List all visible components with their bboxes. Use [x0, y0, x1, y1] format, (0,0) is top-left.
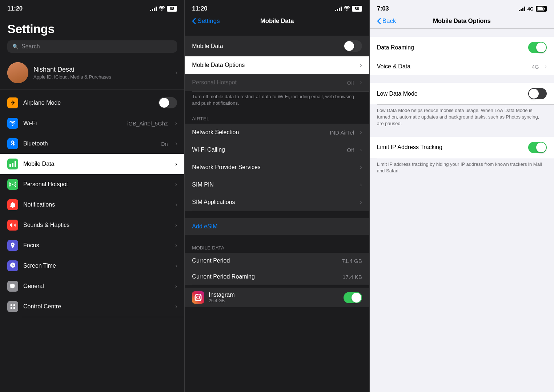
- mobile-data-toggle-label: Mobile Data: [192, 43, 339, 49]
- limit-ip-tracking-item[interactable]: Limit IP Address Tracking: [370, 137, 554, 158]
- search-bar[interactable]: 🔍 Search: [7, 40, 177, 53]
- sim-pin-label: SIM PIN: [192, 181, 356, 188]
- voice-data-item[interactable]: Voice & Data 4G ›: [370, 58, 554, 75]
- nav-title-3: Mobile Data Options: [433, 17, 491, 25]
- airplane-mode-toggle[interactable]: [158, 97, 177, 108]
- mobile-data-options-panel: 7:03 4G Back Mobile Data Options Data Ro…: [369, 0, 554, 392]
- mobile-data-toggle[interactable]: [344, 40, 362, 52]
- profile-info: Nishant Desai Apple ID, iCloud, Media & …: [33, 66, 170, 80]
- current-period-roaming-value: 17.4 KB: [342, 274, 362, 280]
- personal-hotspot-item[interactable]: Personal Hotspot Off ›: [185, 74, 369, 91]
- signal-icon-3: [519, 6, 525, 11]
- wifi-label: Wi-Fi: [23, 120, 122, 127]
- current-period-roaming-row: Current Period Roaming 17.4 KB: [185, 269, 369, 285]
- nav-back-2[interactable]: Settings: [192, 17, 220, 25]
- nav-back-label-3: Back: [382, 17, 396, 25]
- nav-back-label-2: Settings: [197, 17, 220, 25]
- network-selection-chevron: ›: [360, 129, 362, 136]
- wifi-icon-2: [344, 6, 350, 12]
- svg-point-4: [11, 304, 12, 306]
- control-centre-chevron: ›: [175, 303, 177, 310]
- status-bar-1: 11:20 88: [0, 0, 184, 15]
- sidebar-item-notifications[interactable]: Notifications ›: [0, 195, 184, 215]
- bluetooth-value: On: [161, 141, 168, 147]
- low-data-desc: Low Data Mode helps reduce mobile data u…: [370, 104, 554, 129]
- network-selection-item[interactable]: Network Selection IND AirTel ›: [185, 124, 369, 141]
- current-period-label: Current Period: [192, 257, 342, 264]
- low-data-toggle[interactable]: [528, 88, 547, 99]
- wifi-setting-icon: [7, 118, 18, 129]
- control-centre-label: Control Centre: [23, 303, 170, 310]
- airplane-mode-label: Airplane Mode: [23, 100, 153, 106]
- svg-point-5: [13, 304, 15, 306]
- sidebar-item-sounds-haptics[interactable]: Sounds & Haptics ›: [0, 215, 184, 235]
- sidebar-item-control-centre[interactable]: Control Centre ›: [0, 296, 184, 317]
- svg-rect-1: [12, 163, 13, 167]
- sidebar-item-screen-time[interactable]: Screen Time ›: [0, 256, 184, 276]
- sounds-chevron: ›: [175, 221, 177, 229]
- sim-pin-chevron: ›: [360, 181, 362, 188]
- status-icons-1: 88: [150, 6, 177, 12]
- status-bar-2: 11:20 88: [185, 0, 369, 15]
- add-esim-section: Add eSIM: [185, 218, 369, 235]
- wifi-calling-item[interactable]: Wi-Fi Calling Off ›: [185, 141, 369, 159]
- general-icon: [7, 281, 18, 292]
- sim-applications-item[interactable]: SIM Applications ›: [185, 193, 369, 211]
- instagram-toggle[interactable]: [344, 292, 362, 303]
- sim-pin-item[interactable]: SIM PIN ›: [185, 176, 369, 193]
- sidebar-item-mobile-data[interactable]: Mobile Data ›: [0, 154, 184, 174]
- mobile-data-toggle-item[interactable]: Mobile Data: [185, 36, 369, 56]
- network-provider-services-item[interactable]: Network Provider Services ›: [185, 159, 369, 176]
- settings-panel: 11:20 88 Settings 🔍 Search: [0, 0, 184, 392]
- limit-ip-tracking-toggle[interactable]: [528, 142, 547, 153]
- nav-bar-2: Settings Mobile Data: [185, 15, 369, 28]
- sidebar-item-personal-hotspot[interactable]: Personal Hotspot ›: [0, 174, 184, 195]
- battery-icon-3: [536, 6, 547, 12]
- sim-applications-label: SIM Applications: [192, 199, 356, 205]
- settings-header: Settings 🔍 Search: [0, 15, 184, 56]
- limit-ip-tracking-label: Limit IP Address Tracking: [377, 144, 524, 151]
- airtel-header: AIRTEL: [185, 113, 369, 124]
- time-1: 11:20: [7, 5, 23, 12]
- network-provider-chevron: ›: [360, 164, 362, 171]
- mobile-data-content: Mobile Data Mobile Data Options › Person…: [185, 28, 369, 392]
- sim-applications-chevron: ›: [360, 199, 362, 206]
- search-placeholder: Search: [21, 43, 40, 50]
- svg-point-3: [12, 184, 13, 185]
- svg-point-7: [13, 307, 15, 309]
- sidebar-item-bluetooth[interactable]: Bluetooth On ›: [0, 133, 184, 154]
- 4g-label: 4G: [527, 6, 534, 12]
- mobile-data-options-item[interactable]: Mobile Data Options ›: [185, 56, 369, 74]
- mobile-data-desc: Turn off mobile data to restrict all dat…: [185, 91, 369, 110]
- status-bar-3: 7:03 4G: [370, 0, 554, 15]
- notifications-icon: [7, 199, 18, 210]
- notifications-label: Notifications: [23, 201, 170, 208]
- general-label: General: [23, 283, 170, 289]
- settings-title: Settings: [7, 22, 177, 36]
- current-period-roaming-label: Current Period Roaming: [192, 273, 342, 280]
- instagram-icon: [192, 291, 204, 304]
- nav-back-3[interactable]: Back: [377, 17, 396, 25]
- profile-row[interactable]: Nishant Desai Apple ID, iCloud, Media & …: [0, 56, 184, 89]
- data-roaming-item[interactable]: Data Roaming: [370, 37, 554, 58]
- svg-rect-10: [538, 7, 543, 10]
- sidebar-item-wifi[interactable]: Wi-Fi iGB_Airtel_5Ghz ›: [0, 113, 184, 133]
- low-data-mode-item[interactable]: Low Data Mode: [370, 83, 554, 104]
- instagram-row: Instagram 26.4 GB: [185, 288, 369, 307]
- screen-time-icon: [7, 260, 18, 271]
- low-data-mode-label: Low Data Mode: [377, 91, 524, 97]
- sidebar-item-airplane-mode[interactable]: ✈ Airplane Mode: [0, 92, 184, 113]
- mobile-data-icon: [7, 159, 18, 169]
- current-period-value: 71.4 GB: [342, 258, 362, 264]
- mobile-data-label: Mobile Data: [23, 161, 170, 167]
- bluetooth-icon: [7, 138, 18, 149]
- sidebar-item-general[interactable]: General ›: [0, 276, 184, 296]
- data-roaming-toggle[interactable]: [528, 42, 547, 53]
- wifi-chevron: ›: [175, 120, 177, 127]
- svg-rect-0: [9, 164, 11, 167]
- search-icon: 🔍: [12, 44, 19, 49]
- add-esim-button[interactable]: Add eSIM: [192, 223, 217, 229]
- wifi-icon-1: [159, 6, 165, 12]
- mobile-data-usage-header: MOBILE DATA: [185, 242, 369, 253]
- sidebar-item-focus[interactable]: Focus ›: [0, 235, 184, 256]
